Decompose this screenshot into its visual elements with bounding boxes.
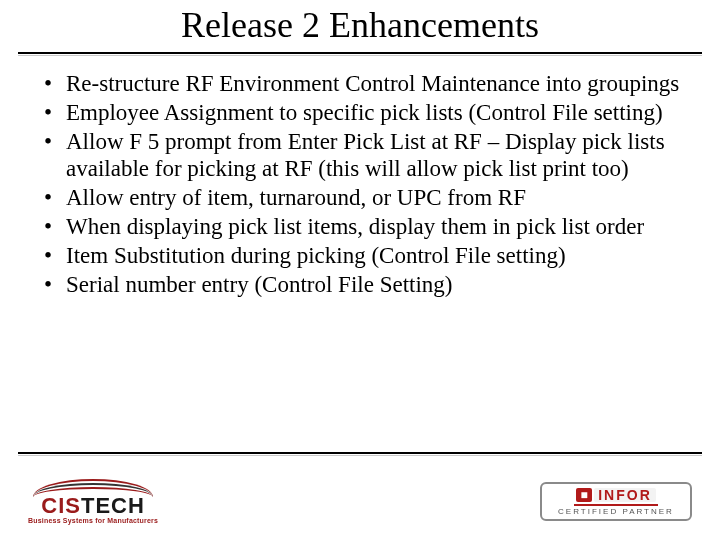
footer-divider [18,452,702,454]
infor-mark-icon: ■ [576,488,592,502]
title-area: Release 2 Enhancements [0,0,720,46]
footer: CISTECH Business Systems for Manufacture… [0,472,720,530]
infor-brand-row: ■ INFOR [574,488,658,506]
infor-subtitle: CERTIFIED PARTNER [558,508,674,516]
list-item: Item Substitution during picking (Contro… [62,242,680,269]
cistech-arc-icon [33,479,153,497]
list-item: Re-structure RF Environment Control Main… [62,70,680,97]
infor-brand-text: INFOR [594,488,656,502]
content-area: Re-structure RF Environment Control Main… [0,56,720,299]
list-item: Allow F 5 prompt from Enter Pick List at… [62,128,680,182]
cistech-tagline: Business Systems for Manufacturers [28,517,158,524]
slide-title: Release 2 Enhancements [0,6,720,46]
slide: Release 2 Enhancements Re-structure RF E… [0,0,720,540]
list-item: Serial number entry (Control File Settin… [62,271,680,298]
list-item: When displaying pick list items, display… [62,213,680,240]
cistech-logo: CISTECH Business Systems for Manufacture… [28,479,158,524]
list-item: Allow entry of item, turnaround, or UPC … [62,184,680,211]
infor-partner-logo: ■ INFOR CERTIFIED PARTNER [540,482,692,521]
list-item: Employee Assignment to specific pick lis… [62,99,680,126]
footer-divider-shadow [18,455,702,456]
bullet-list: Re-structure RF Environment Control Main… [40,70,680,299]
title-divider [18,52,702,54]
